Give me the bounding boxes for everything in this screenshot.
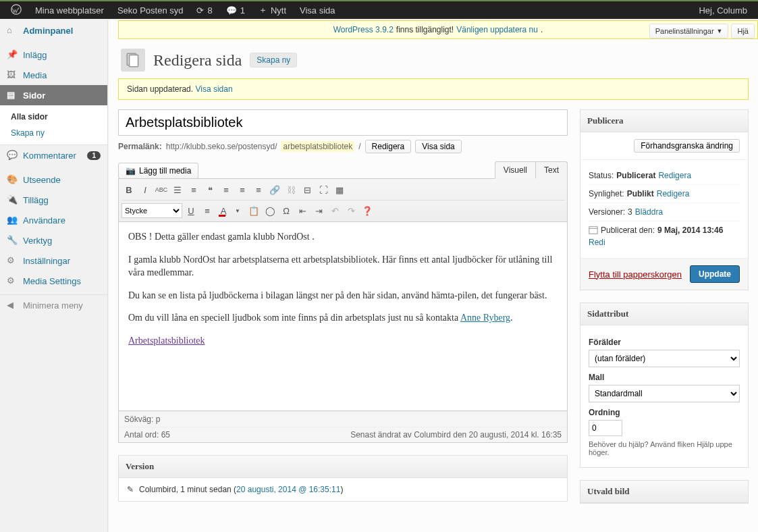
site-name[interactable]: Seko Posten syd [111,1,190,19]
new-content[interactable]: ＋Nytt [252,1,293,19]
view-page[interactable]: Visa sida [293,1,342,19]
admin-bar: Mina webbplatser Seko Posten syd ⟳8 💬1 ＋… [0,0,758,19]
my-sites[interactable]: Mina webbplatser [28,1,111,19]
plus-icon: ＋ [259,4,267,16]
comment-icon: 💬 [226,5,237,16]
updates[interactable]: ⟳8 [190,1,219,19]
refresh-icon: ⟳ [196,5,204,16]
comments-bubble[interactable]: 💬1 [219,1,252,19]
wordpress-icon [11,4,22,17]
wp-logo[interactable] [4,1,28,19]
my-account[interactable]: Hej, Columb [692,1,754,19]
